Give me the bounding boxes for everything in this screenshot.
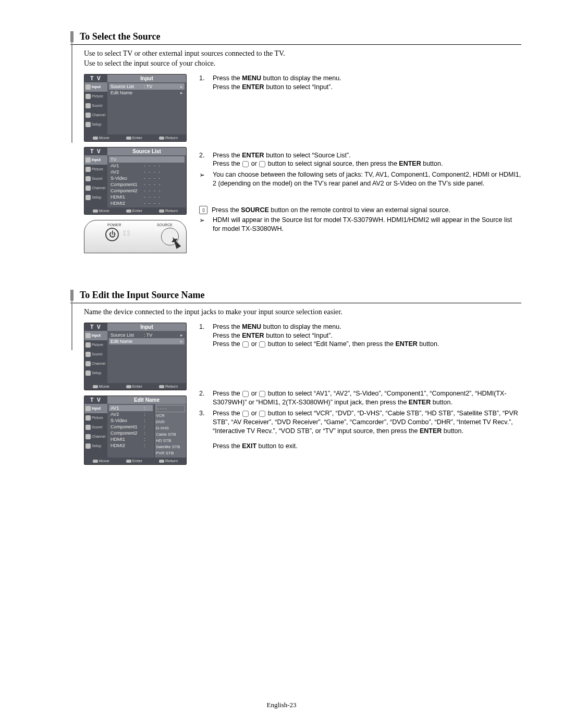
- text: Press the: [213, 410, 242, 417]
- osd-row: AV1:: [109, 405, 153, 411]
- text: or: [249, 160, 259, 167]
- step-text: Press the MENU button to display the men…: [213, 74, 341, 92]
- osd-title: Source List: [107, 147, 186, 155]
- osd-tab: Setup: [84, 193, 107, 202]
- section-title: To Select the Source: [70, 31, 521, 42]
- step-num: 3.: [199, 409, 209, 436]
- text: button.: [431, 399, 452, 406]
- osd-row: Component1:: [109, 424, 153, 430]
- text: button to display the menu.: [261, 75, 341, 82]
- osd-tab: Channel: [84, 359, 107, 368]
- osd-tab: Channel: [84, 432, 107, 441]
- step-num: 1.: [199, 323, 209, 349]
- remote-top: POWER SOURCE ⏻ ○ ○○ ○: [84, 220, 187, 253]
- osd-title: Edit Name: [107, 396, 186, 404]
- osd-footer-item: Enter: [126, 208, 142, 213]
- osd-tab: Sound: [84, 174, 107, 183]
- step-text: Press the MENU button to display the men…: [213, 323, 439, 349]
- osd-tv-label: T V: [84, 147, 107, 155]
- text: button.: [421, 160, 443, 167]
- text: button to select “Input”.: [264, 83, 333, 91]
- osd-row: TV: [109, 156, 185, 163]
- intro-line: Use to select TV or other external input…: [84, 50, 285, 57]
- text-bold: ENTER: [242, 83, 264, 91]
- divider: [70, 303, 521, 303]
- osd-tab: Input: [84, 155, 107, 165]
- text-bold: ENTER: [420, 427, 442, 435]
- osd-sidebar: InputPictureSoundChannelSetup: [84, 331, 107, 383]
- osd-footer-item: Return: [159, 384, 178, 389]
- osd-tab: Sound: [84, 423, 107, 432]
- note: ▯ Press the SOURCE button on the remote …: [199, 206, 521, 215]
- osd-panel-input: T V Input InputPictureSoundChannelSetup …: [84, 74, 187, 142]
- osd-tab: Input: [84, 404, 107, 413]
- remote-power-label: POWER: [107, 223, 121, 227]
- bullet-line: ➢ HDMI will appear in the Source list fo…: [199, 216, 521, 233]
- osd-row: Edit Name▸: [109, 338, 185, 344]
- step-text: Press the or button to select “AV1”, “AV…: [213, 389, 521, 407]
- osd-footer: MoveEnterReturn: [84, 458, 186, 464]
- text: button to exit.: [256, 442, 298, 450]
- text-bold: MENU: [242, 75, 261, 82]
- osd-footer-item: Move: [93, 135, 109, 140]
- osd-row: Source List: TV▸: [109, 83, 185, 90]
- osd-tab: Setup: [84, 368, 107, 378]
- step-text: Press the or button to select “VCR”, “DV…: [213, 409, 521, 436]
- bullet-line: ➢ You can choose between the following s…: [199, 170, 521, 188]
- edit-value: Cable STB: [156, 431, 185, 438]
- step: 1. Press the MENU button to display the …: [199, 323, 521, 349]
- osd-footer-item: Move: [93, 384, 109, 389]
- osd-tab: Picture: [84, 165, 107, 174]
- osd-row: Component2- - - -: [109, 188, 185, 194]
- osd-main: Source List: TV▸Edit Name▸: [107, 331, 186, 383]
- osd-main: TVAV1- - - -AV2- - - -S-Video- - - -Comp…: [107, 155, 186, 207]
- text: button to display the menu.: [261, 323, 341, 330]
- remote-note-icon: ▯: [199, 206, 207, 214]
- text-bold: ENTER: [395, 340, 417, 348]
- text: Press the: [213, 83, 242, 91]
- note-text: Press the SOURCE button on the remote co…: [212, 206, 450, 215]
- vertical-rule: [71, 298, 72, 350]
- text-bold: MENU: [242, 323, 261, 330]
- up-button-icon: [242, 411, 249, 417]
- osd-panel-source-list: T V Source List InputPictureSoundChannel…: [84, 147, 187, 215]
- osd-tab: Sound: [84, 350, 107, 359]
- osd-row: AV1- - - -: [109, 163, 185, 169]
- osd-main: AV1:AV2:S-Video:Component1:Component2:HD…: [107, 404, 186, 458]
- osd-footer-item: Enter: [126, 459, 142, 463]
- osd-row: Component1- - - -: [109, 181, 185, 188]
- down-button-icon: [259, 411, 265, 417]
- osd-sidebar: InputPictureSoundChannelSetup: [84, 82, 107, 134]
- step-num: 1.: [199, 74, 209, 92]
- osd-row: S-Video:: [109, 417, 153, 424]
- text: Press the: [213, 323, 242, 330]
- osd-row: AV2- - - -: [109, 169, 185, 175]
- down-button-icon: [259, 391, 265, 397]
- step-num: 2.: [199, 389, 209, 407]
- intro-line: Use to select the input source of your c…: [84, 59, 215, 67]
- step: 1. Press the MENU button to display the …: [199, 74, 521, 92]
- osd-tab: Input: [84, 82, 107, 92]
- text: or: [249, 410, 259, 417]
- osd-tv-label: T V: [84, 323, 107, 331]
- down-button-icon: [259, 341, 265, 348]
- text: button.: [442, 427, 463, 435]
- edit-value: Satellite STB: [156, 444, 185, 450]
- osd-title: Input: [107, 323, 186, 331]
- osd-footer-item: Move: [93, 208, 109, 213]
- osd-footer: MoveEnterReturn: [84, 207, 186, 214]
- power-button-icon: ⏻: [105, 228, 119, 241]
- osd-tab: Setup: [84, 441, 107, 451]
- text: Press the: [213, 75, 242, 82]
- text: button on the remote control to view an …: [269, 206, 450, 214]
- edit-value: VCR: [156, 413, 185, 419]
- text: or: [249, 390, 259, 397]
- arrow-icon: ➢: [199, 216, 209, 233]
- text-bold: ENTER: [399, 160, 421, 167]
- text: Press the: [213, 152, 242, 159]
- edit-value: D-VHS: [156, 425, 185, 431]
- text: Press the: [213, 390, 242, 397]
- edit-value: DVD: [156, 419, 185, 425]
- text: button to select signal source, then pre…: [266, 160, 399, 167]
- vertical-rule: [71, 33, 72, 143]
